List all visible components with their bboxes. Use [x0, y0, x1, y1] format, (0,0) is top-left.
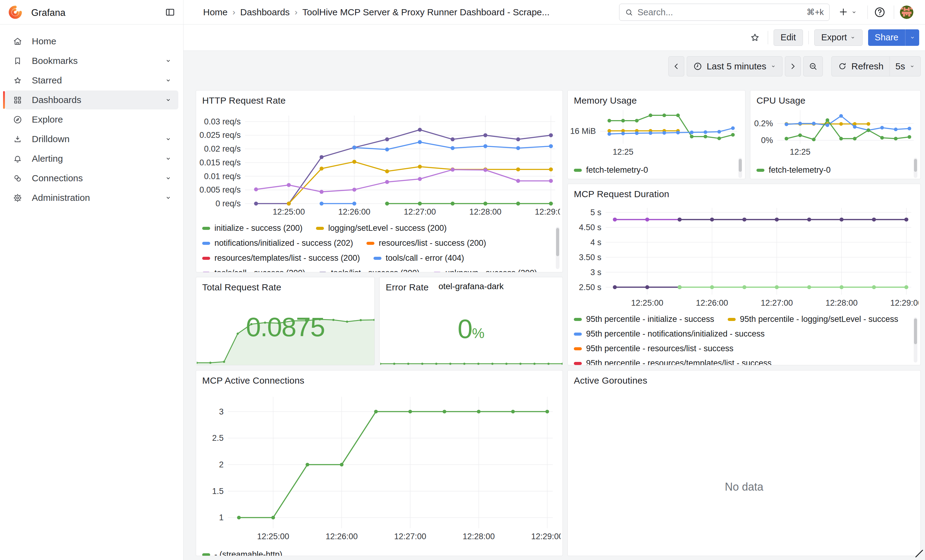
time-range-chevron-icon — [771, 64, 776, 69]
brand-area: Grafana — [0, 0, 184, 24]
legend-row: resources/templates/list - success (200)… — [202, 254, 556, 263]
legend-row: - (streamable-http) — [202, 550, 386, 556]
duration-legend: 95th percentile - initialize - success95… — [574, 315, 907, 365]
bell-icon — [13, 154, 22, 164]
time-back-button[interactable] — [668, 56, 684, 77]
svg-text:12:26:00: 12:26:00 — [696, 298, 728, 308]
export-button[interactable]: Export — [814, 29, 863, 46]
panel-title[interactable]: HTTP Request Rate — [202, 95, 286, 106]
panel-title[interactable]: Active Goroutines — [574, 375, 647, 386]
legend-item[interactable]: - (streamable-http) — [202, 550, 282, 556]
sidebar-item-dashboards[interactable]: Dashboards — [5, 90, 178, 110]
legend-swatch — [202, 227, 210, 230]
sidebar-item-starred[interactable]: Starred — [5, 71, 178, 90]
refresh-button[interactable]: Refresh — [832, 56, 890, 77]
chevron-down-icon[interactable] — [165, 97, 172, 103]
chevron-down-icon[interactable] — [165, 77, 172, 84]
legend-item[interactable]: tools/call - success (200) — [202, 269, 305, 272]
panel-active-goroutines: Active Goroutines No data — [567, 370, 921, 556]
search-input[interactable] — [637, 8, 802, 17]
memory-usage-chart[interactable]: 12:2516 MiB — [569, 107, 743, 155]
share-chevron-segment[interactable] — [905, 29, 919, 46]
search-box[interactable]: ⌘+k — [619, 4, 830, 21]
legend-label: - (streamable-http) — [214, 550, 282, 556]
legend-swatch — [319, 272, 327, 273]
sidebar-item-home[interactable]: Home — [5, 32, 178, 51]
svg-text:0.015 req/s: 0.015 req/s — [199, 158, 241, 167]
legend-item[interactable]: unknown - success (200) — [433, 269, 537, 272]
mcp-active-connections-chart[interactable]: 12:25:0012:26:0012:27:0012:28:0012:29:00… — [199, 387, 561, 546]
legend-row: fetch-telemetry-0 — [574, 166, 733, 174]
dock-sidebar-icon[interactable] — [164, 7, 176, 18]
time-forward-button[interactable] — [785, 56, 801, 77]
sidebar-item-connections[interactable]: Connections — [5, 169, 178, 188]
svg-text:16 MiB: 16 MiB — [570, 126, 596, 136]
legend-item[interactable]: 95th percentile - resources/list - succe… — [574, 344, 734, 353]
mcp-request-duration-chart[interactable]: 12:25:0012:26:0012:27:0012:28:0012:29:00… — [570, 201, 919, 310]
http-request-rate-chart[interactable]: 12:25:0012:26:0012:27:0012:28:0012:29:00… — [199, 111, 560, 218]
legend-item[interactable]: 95th percentile - initialize - success — [574, 315, 714, 324]
chevron-down-icon[interactable] — [165, 57, 172, 64]
share-button[interactable]: Share — [868, 29, 919, 46]
svg-text:12:29:00: 12:29:00 — [531, 532, 561, 541]
legend-item[interactable]: initialize - success (200) — [202, 224, 303, 233]
svg-text:0 req/s: 0 req/s — [215, 199, 241, 208]
breadcrumb-item[interactable]: Home — [203, 7, 227, 17]
refresh-interval-label: 5s — [895, 61, 905, 72]
legend-scrollbar-thumb[interactable] — [556, 228, 559, 256]
header-divider — [894, 6, 894, 19]
panel-memory-usage: Memory Usage 12:2516 MiB fetch-telemetry… — [567, 90, 746, 179]
sidebar-item-bookmarks[interactable]: Bookmarks — [5, 51, 178, 70]
legend-row: initialize - success (200)logging/setLev… — [202, 224, 556, 233]
sidebar-item-explore[interactable]: Explore — [5, 110, 178, 129]
chevron-down-icon[interactable] — [165, 194, 172, 201]
legend-item[interactable]: tools/call - error (404) — [374, 254, 464, 263]
zoom-out-button[interactable] — [803, 56, 823, 77]
help-icon[interactable] — [874, 6, 886, 18]
legend-scrollbar-thumb[interactable] — [914, 318, 917, 344]
legend-scrollbar-thumb[interactable] — [914, 159, 917, 172]
legend-item[interactable]: fetch-telemetry-0 — [574, 166, 648, 175]
refresh-interval-button[interactable]: 5s — [889, 56, 921, 77]
legend-item[interactable]: 95th percentile - logging/setLevel - suc… — [728, 315, 898, 324]
legend-item[interactable]: 95th percentile - notifications/initiali… — [574, 329, 765, 339]
panel-title[interactable]: MCP Request Duration — [574, 189, 669, 199]
legend-scrollbar-thumb[interactable] — [739, 159, 742, 172]
export-label: Export — [821, 32, 847, 42]
panel-cpu-usage: CPU Usage 12:250.2%0% fetch-telemetry-0 — [750, 90, 921, 179]
cpu-usage-chart[interactable]: 12:250.2%0% — [752, 107, 919, 155]
panel-title[interactable]: CPU Usage — [756, 95, 805, 106]
legend-item[interactable]: logging/setLevel - success (200) — [316, 224, 447, 233]
add-chevron-down-icon[interactable] — [851, 9, 857, 15]
drilldown-icon — [13, 135, 22, 144]
chevron-down-icon[interactable] — [165, 155, 172, 162]
legend-item[interactable]: tools/list - success (200) — [319, 269, 420, 272]
breadcrumb-item[interactable]: Dashboards — [240, 7, 290, 17]
add-icon[interactable] — [838, 7, 848, 17]
legend-label: resources/list - success (200) — [379, 239, 486, 248]
panel-title[interactable]: MCP Active Connections — [202, 375, 304, 386]
legend-swatch — [374, 257, 381, 260]
sidebar-item-drilldown[interactable]: Drilldown — [5, 130, 178, 149]
chevron-down-icon[interactable] — [165, 136, 172, 143]
favorite-star-icon[interactable] — [749, 32, 761, 43]
panel-resize-handle[interactable] — [914, 548, 924, 558]
grafana-logo-icon[interactable] — [8, 5, 23, 20]
chevron-down-icon[interactable] — [165, 175, 172, 182]
panel-title[interactable]: Memory Usage — [574, 95, 637, 106]
edit-button[interactable]: Edit — [774, 29, 803, 46]
sidebar-item-label: Bookmarks — [32, 56, 78, 66]
sidebar-item-alerting[interactable]: Alerting — [5, 149, 178, 168]
legend-item[interactable]: resources/list - success (200) — [366, 239, 486, 248]
user-avatar[interactable] — [900, 6, 913, 19]
breadcrumb-item[interactable]: ToolHive MCP Server & Proxy Runner Dashb… — [302, 7, 549, 17]
error-rate-sparkline[interactable] — [380, 353, 562, 365]
legend-item[interactable]: notifications/initialized - success (202… — [202, 239, 353, 248]
time-range-picker[interactable]: Last 5 minutes — [687, 56, 782, 77]
legend-item[interactable]: resources/templates/list - success (200) — [202, 254, 360, 263]
legend-item[interactable]: fetch-telemetry-0 — [756, 166, 831, 175]
sidebar-item-administration[interactable]: Administration — [5, 188, 178, 207]
panel-title[interactable]: Total Request Rate — [202, 282, 282, 293]
legend-item[interactable]: 95th percentile - resources/templates/li… — [574, 359, 771, 365]
svg-text:0.2%: 0.2% — [754, 119, 773, 128]
